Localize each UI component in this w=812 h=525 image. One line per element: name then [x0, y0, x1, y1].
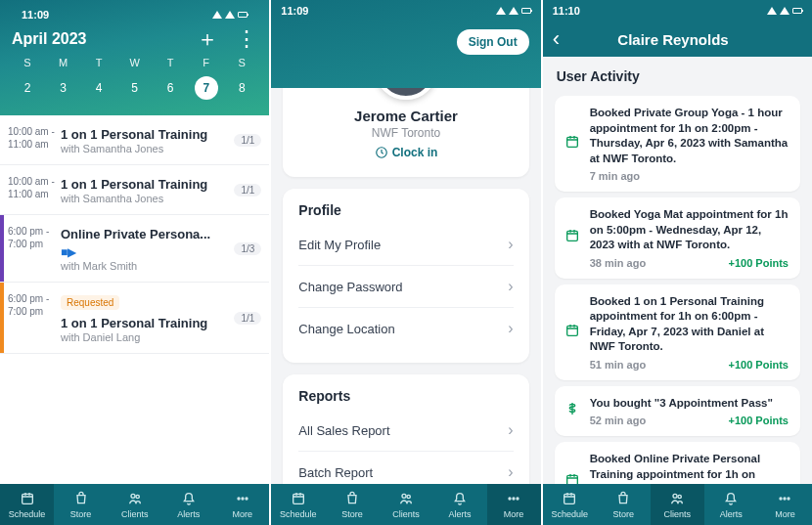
- calendar-icon: [564, 472, 580, 484]
- list-item[interactable]: Batch Report›: [298, 451, 513, 484]
- event-row[interactable]: 10:00 am -11:00 am1 on 1 Personal Traini…: [0, 115, 269, 165]
- color-bar: [0, 215, 4, 282]
- section-title-reports: Reports: [298, 388, 513, 404]
- battery-icon: [238, 12, 248, 18]
- activity-desc: Booked 1 on 1 Personal Training appointm…: [590, 294, 789, 355]
- month-label[interactable]: April 2023: [12, 30, 86, 48]
- more-icon: [235, 491, 250, 508]
- tab-label: More: [775, 509, 795, 519]
- day-6[interactable]: 6: [158, 76, 182, 100]
- store-icon: [73, 491, 89, 508]
- tab-more[interactable]: More: [487, 484, 541, 525]
- tab-label: Clients: [664, 509, 692, 519]
- day-5[interactable]: 5: [123, 76, 147, 100]
- list-item[interactable]: Edit My Profile›: [298, 224, 513, 265]
- svg-point-10: [509, 498, 511, 500]
- tab-more[interactable]: More: [215, 484, 269, 525]
- chevron-right-icon: ›: [508, 463, 513, 481]
- activity-card[interactable]: Booked Online Private Personal Training …: [555, 442, 800, 484]
- phone-activity: 11:10 ‹ Claire Reynolds User Activity Bo…: [543, 0, 812, 525]
- status-bar: 11:09: [271, 0, 540, 22]
- profile-section-card: Profile Edit My Profile›Change Password›…: [283, 189, 528, 363]
- phone-profile: 11:09 Sign Out Jerome Cartier NWF Toront…: [271, 0, 540, 525]
- tab-clients[interactable]: Clients: [651, 484, 704, 525]
- day-4[interactable]: 4: [87, 76, 111, 100]
- user-name: Jerome Cartier: [298, 108, 513, 124]
- event-title: 1 on 1 Personal Training: [61, 127, 207, 142]
- activity-ago: 52 min ago: [590, 415, 646, 426]
- clock-in-button[interactable]: Clock in: [375, 146, 438, 159]
- tab-schedule[interactable]: Schedule: [543, 484, 597, 525]
- svg-point-22: [788, 498, 789, 500]
- svg-rect-13: [566, 137, 577, 147]
- clients-icon: [398, 491, 414, 508]
- event-title: Online Private Persona...: [61, 227, 210, 241]
- tab-schedule[interactable]: Schedule: [271, 484, 325, 525]
- tab-store[interactable]: Store: [325, 484, 379, 525]
- tab-store[interactable]: Store: [54, 484, 108, 525]
- tab-clients[interactable]: Clients: [379, 484, 432, 525]
- svg-point-5: [246, 498, 248, 500]
- svg-point-21: [784, 498, 786, 500]
- event-list[interactable]: 10:00 am -11:00 am1 on 1 Personal Traini…: [0, 115, 269, 484]
- activity-points: +100 Points: [729, 415, 789, 426]
- activity-body[interactable]: User Activity Booked Private Group Yoga …: [543, 57, 812, 484]
- activity-card[interactable]: Booked Yoga Mat appointment for 1h on 5:…: [555, 197, 800, 279]
- dow-cell: F: [195, 57, 218, 68]
- day-8[interactable]: 8: [230, 76, 253, 100]
- day-3[interactable]: 3: [52, 76, 75, 100]
- svg-point-3: [238, 498, 240, 500]
- activity-desc: You bought "3 Appointment Pass": [590, 396, 789, 412]
- tab-more[interactable]: More: [758, 484, 812, 525]
- tab-label: Schedule: [280, 509, 317, 519]
- tab-label: Store: [612, 509, 634, 519]
- bottom-nav: ScheduleStoreClientsAlertsMore: [543, 484, 812, 525]
- sign-out-button[interactable]: Sign Out: [457, 29, 529, 55]
- phone-schedule: 11:09 April 2023 ＋ ⋮ SMTWTFS 2345678 10:…: [0, 0, 269, 525]
- more-vert-icon[interactable]: ⋮: [236, 26, 257, 52]
- svg-point-2: [136, 495, 139, 498]
- tab-store[interactable]: Store: [597, 484, 651, 525]
- section-title-activity: User Activity: [543, 57, 812, 90]
- tab-alerts[interactable]: Alerts: [433, 484, 487, 525]
- svg-point-20: [780, 498, 782, 500]
- list-item[interactable]: Change Location›: [298, 307, 513, 349]
- event-subtitle: with Samantha Jones: [61, 193, 228, 204]
- tab-alerts[interactable]: Alerts: [704, 484, 758, 525]
- svg-point-8: [402, 494, 406, 498]
- tab-alerts[interactable]: Alerts: [161, 484, 215, 525]
- activity-card[interactable]: Booked 1 on 1 Personal Training appointm…: [555, 284, 800, 380]
- wifi-icon: [496, 7, 506, 15]
- day-7[interactable]: 7: [195, 76, 218, 100]
- activity-points: +100 Points: [729, 359, 789, 371]
- video-icon: ■▶: [61, 245, 76, 259]
- tab-clients[interactable]: Clients: [108, 484, 161, 525]
- dow-cell: S: [16, 57, 39, 68]
- clients-icon: [669, 491, 685, 508]
- activity-desc: Booked Yoga Mat appointment for 1h on 5:…: [590, 207, 789, 253]
- avatar[interactable]: [375, 88, 437, 100]
- day-2[interactable]: 2: [16, 76, 39, 100]
- activity-card[interactable]: Booked Private Group Yoga - 1 hour appoi…: [555, 96, 800, 192]
- tab-label: More: [504, 509, 524, 519]
- list-item[interactable]: Change Password›: [298, 265, 513, 307]
- store-icon: [615, 491, 631, 508]
- activity-meta: 38 min ago+100 Points: [590, 257, 789, 269]
- plus-icon[interactable]: ＋: [197, 24, 218, 54]
- event-body: 1 on 1 Personal Trainingwith Samantha Jo…: [61, 175, 234, 204]
- svg-point-19: [678, 495, 681, 498]
- tab-label: More: [233, 509, 253, 519]
- chevron-right-icon: ›: [508, 421, 513, 439]
- svg-rect-17: [564, 494, 575, 503]
- event-row[interactable]: 6:00 pm -7:00 pmRequested1 on 1 Personal…: [0, 283, 269, 354]
- tab-schedule[interactable]: Schedule: [0, 484, 54, 525]
- calendar-icon: [564, 228, 580, 247]
- list-item[interactable]: All Sales Report›: [298, 410, 513, 451]
- event-row[interactable]: 6:00 pm -7:00 pmOnline Private Persona..…: [0, 215, 269, 283]
- event-subtitle: with Daniel Lang: [61, 331, 228, 343]
- profile-body[interactable]: Jerome Cartier NWF Toronto Clock in Prof…: [271, 88, 540, 484]
- count-chip: 1/3: [234, 242, 261, 255]
- tab-label: Schedule: [551, 509, 588, 519]
- event-row[interactable]: 10:00 am -11:00 am1 on 1 Personal Traini…: [0, 165, 269, 215]
- activity-card[interactable]: You bought "3 Appointment Pass"52 min ag…: [555, 386, 800, 437]
